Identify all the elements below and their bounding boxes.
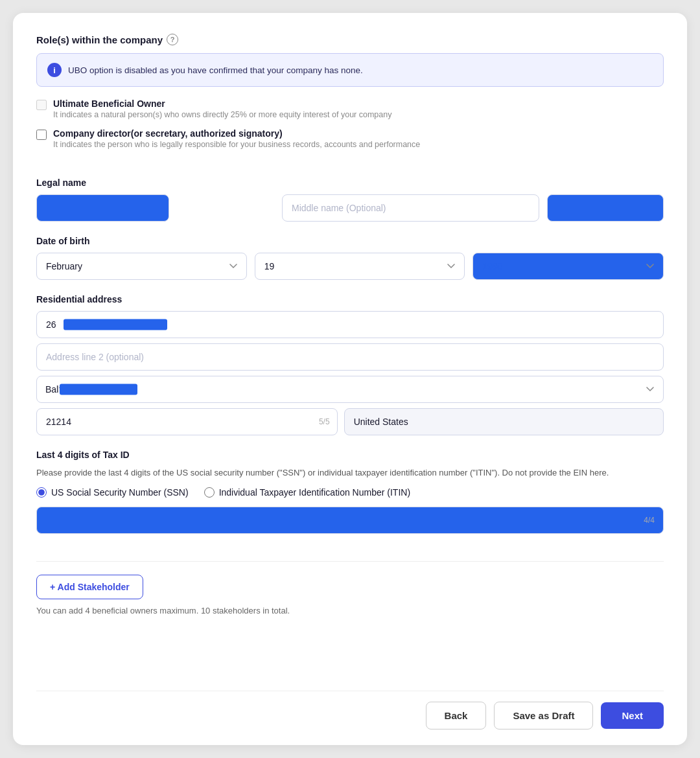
address-line1-wrap <box>36 311 664 338</box>
ubo-desc: It indicates a natural person(s) who own… <box>53 110 391 119</box>
director-checkbox[interactable] <box>36 130 47 140</box>
address-stack: Baltimore Bal 5/5 United States <box>36 311 664 435</box>
tax-heading: Last 4 digits of Tax ID <box>36 450 664 460</box>
save-draft-button[interactable]: Save as Draft <box>494 702 593 729</box>
legal-name-section: Legal name <box>36 178 664 222</box>
director-checkbox-item: Company director(or secretary, authorize… <box>36 128 664 149</box>
zip-wrap: 5/5 <box>36 408 338 435</box>
itin-radio[interactable] <box>204 487 215 498</box>
ssn-radio-text: US Social Security Number (SSN) <box>51 487 189 498</box>
roles-section: Role(s) within the company ? i UBO optio… <box>36 34 664 163</box>
last-name-input[interactable] <box>547 194 664 222</box>
zip-counter: 5/5 <box>319 417 330 426</box>
last-name-wrap <box>547 194 664 222</box>
dob-year-wrap: 1990 <box>472 253 664 280</box>
stakeholder-section: + Add Stakeholder You can add 4 benefici… <box>36 575 664 615</box>
ssn-radio-label[interactable]: US Social Security Number (SSN) <box>36 487 189 498</box>
ubo-checkbox[interactable] <box>36 100 47 110</box>
legal-name-row <box>36 194 664 222</box>
dob-month-select[interactable]: January February March April May June Ju… <box>36 253 247 280</box>
add-stakeholder-button[interactable]: + Add Stakeholder <box>36 575 143 599</box>
dob-year-select[interactable]: 1990 <box>472 253 664 280</box>
director-desc: It indicates the person who is legally r… <box>53 140 420 149</box>
city-wrap: Baltimore Bal <box>36 376 664 403</box>
first-name-input[interactable] <box>36 194 169 222</box>
zip-input[interactable] <box>36 408 338 435</box>
next-button[interactable]: Next <box>601 702 664 729</box>
ubo-info-banner: i UBO option is disabled as you have con… <box>36 53 664 87</box>
main-card: Role(s) within the company ? i UBO optio… <box>13 13 687 745</box>
address-section: Residential address Baltimore Bal <box>36 294 664 435</box>
divider <box>36 561 664 562</box>
roles-checkbox-group: Ultimate Beneficial Owner It indicates a… <box>36 98 664 149</box>
tax-desc: Please provide the last 4 digits of the … <box>36 466 664 479</box>
country-wrap: United States <box>344 408 664 435</box>
tax-radio-row: US Social Security Number (SSN) Individu… <box>36 487 664 498</box>
dob-section: Date of birth January February March Apr… <box>36 236 664 280</box>
roles-help-icon[interactable]: ? <box>167 34 178 45</box>
tax-input-wrap: 4/4 <box>36 507 664 534</box>
itin-radio-label[interactable]: Individual Taxpayer Identification Numbe… <box>204 487 410 498</box>
dob-heading: Date of birth <box>36 236 664 246</box>
legal-name-heading: Legal name <box>36 178 664 188</box>
zip-country-row: 5/5 United States <box>36 408 664 435</box>
first-name-wrap <box>36 194 274 222</box>
footer: Back Save as Draft Next <box>36 691 664 729</box>
info-icon: i <box>47 63 62 77</box>
address-line1-input[interactable] <box>36 311 664 338</box>
stakeholder-note: You can add 4 beneficial owners maximum.… <box>36 606 664 615</box>
country-select[interactable]: United States <box>344 408 664 435</box>
tax-input[interactable] <box>36 507 664 534</box>
dob-day-select[interactable]: 12345 678910 1112131415 1617181920 21222… <box>255 253 465 280</box>
roles-heading: Role(s) within the company ? <box>36 34 664 45</box>
address-heading: Residential address <box>36 294 664 304</box>
ssn-radio[interactable] <box>36 487 47 498</box>
city-select[interactable]: Baltimore <box>36 376 664 403</box>
address-line2-input[interactable] <box>36 343 664 371</box>
tax-counter: 4/4 <box>644 516 655 525</box>
dob-row: January February March April May June Ju… <box>36 253 664 280</box>
ubo-label: Ultimate Beneficial Owner <box>53 98 391 109</box>
itin-radio-text: Individual Taxpayer Identification Numbe… <box>219 487 410 498</box>
info-banner-text: UBO option is disabled as you have confi… <box>68 65 363 75</box>
director-label: Company director(or secretary, authorize… <box>53 128 420 139</box>
tax-section: Last 4 digits of Tax ID Please provide t… <box>36 450 664 534</box>
back-button[interactable]: Back <box>426 702 487 729</box>
ubo-checkbox-item: Ultimate Beneficial Owner It indicates a… <box>36 98 664 119</box>
middle-name-input[interactable] <box>282 194 539 222</box>
